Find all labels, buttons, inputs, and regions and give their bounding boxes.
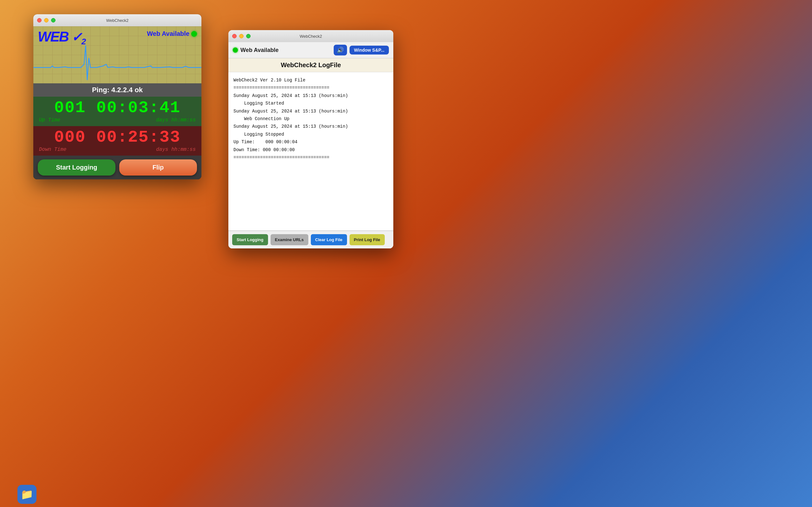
dock-icon-symbol: 📁 xyxy=(20,488,33,500)
log-traffic-lights xyxy=(232,34,251,38)
log-line-3: Logging Started xyxy=(234,100,388,107)
log-line-0: WebCheck2 Ver 2.10 Log File xyxy=(234,77,388,83)
downtime-counter: 000 00:25:33 xyxy=(38,128,197,147)
log-title-area: WebCheck2 LogFile xyxy=(229,58,393,72)
log-line-10: ==================================== xyxy=(234,154,388,161)
status-indicator-dot xyxy=(191,31,197,37)
start-logging-button[interactable]: Start Logging xyxy=(38,159,115,176)
downtime-section: 000 00:25:33 Down Time days hh:mm:ss xyxy=(33,126,201,156)
sound-icon: 🔊 xyxy=(337,47,344,54)
ecg-header: WEB ✓2 Web Available xyxy=(33,26,201,83)
main-button-row: Start Logging Flip xyxy=(33,156,201,179)
log-line-5: Web Connection Up xyxy=(234,115,388,122)
main-window-title: WebCheck2 xyxy=(106,18,129,23)
traffic-lights xyxy=(37,18,55,22)
log-close-button[interactable] xyxy=(232,34,237,38)
print-log-button[interactable]: Print Log File xyxy=(350,234,385,245)
logo-sub: 2 xyxy=(82,37,85,46)
uptime-counter: 001 00:03:41 xyxy=(38,99,197,117)
uptime-section: 001 00:03:41 Up Time days hh:mm:ss xyxy=(33,97,201,126)
downtime-label-right: days hh:mm:ss xyxy=(156,147,196,153)
log-web-status: Web Available xyxy=(233,47,278,54)
log-content-area: WebCheck2 Ver 2.10 Log File ============… xyxy=(229,72,393,231)
log-window-title: WebCheck2 xyxy=(300,34,322,39)
log-titlebar: WebCheck2 xyxy=(229,30,393,42)
main-titlebar: WebCheck2 xyxy=(33,14,201,26)
ping-bar: Ping: 4.2.2.4 ok xyxy=(33,83,201,97)
uptime-label-left: Up Time xyxy=(39,117,60,123)
log-maximize-button[interactable] xyxy=(246,34,251,38)
log-header-controls: 🔊 Window S&P... xyxy=(334,45,389,55)
log-web-available-text: Web Available xyxy=(241,47,278,54)
downtime-label: Down Time days hh:mm:ss xyxy=(38,147,197,153)
downtime-label-left: Down Time xyxy=(39,147,66,153)
log-line-7: Logging Stopped xyxy=(234,131,388,138)
log-minimize-button[interactable] xyxy=(239,34,244,38)
log-line-8: Up Time: 000 00:00:04 xyxy=(234,138,388,146)
sound-button[interactable]: 🔊 xyxy=(334,45,347,55)
main-window: WebCheck2 WEB ✓2 Web Available Ping: 4.2… xyxy=(33,14,201,179)
uptime-label-right: days hh:mm:ss xyxy=(156,117,196,123)
log-file-title: WebCheck2 LogFile xyxy=(281,61,341,68)
flip-button[interactable]: Flip xyxy=(119,159,197,176)
log-status-dot xyxy=(233,48,238,53)
logo-check: ✓ xyxy=(68,30,82,44)
maximize-button[interactable] xyxy=(51,18,55,22)
log-line-1: ==================================== xyxy=(234,84,388,91)
log-header-bar: Web Available 🔊 Window S&P... xyxy=(229,42,393,58)
log-start-logging-button[interactable]: Start Logging xyxy=(232,234,268,245)
logo-web: WEB xyxy=(38,29,68,44)
examine-urls-button[interactable]: Examine URLs xyxy=(270,234,308,245)
app-logo: WEB ✓2 xyxy=(38,29,85,47)
log-line-4: Sunday August 25, 2024 at 15:13 (hours:m… xyxy=(234,108,388,115)
web-status-header: Web Available xyxy=(147,30,197,38)
uptime-label: Up Time days hh:mm:ss xyxy=(38,117,197,123)
minimize-button[interactable] xyxy=(44,18,49,22)
clear-log-button[interactable]: Clear Log File xyxy=(311,234,347,245)
close-button[interactable] xyxy=(37,18,42,22)
ping-text: Ping: 4.2.2.4 ok xyxy=(92,86,143,94)
log-line-9: Down Time: 000 00:00:00 xyxy=(234,147,388,153)
web-available-text: Web Available xyxy=(147,30,189,38)
log-window: WebCheck2 Web Available 🔊 Window S&P... … xyxy=(229,30,393,248)
log-bottom-buttons: Start Logging Examine URLs Clear Log Fil… xyxy=(229,231,393,248)
dock-icon[interactable]: 📁 xyxy=(17,485,37,504)
log-line-2: Sunday August 25, 2024 at 15:13 (hours:m… xyxy=(234,92,388,99)
log-line-6: Sunday August 25, 2024 at 15:13 (hours:m… xyxy=(234,123,388,130)
window-sp-button[interactable]: Window S&P... xyxy=(350,46,389,55)
